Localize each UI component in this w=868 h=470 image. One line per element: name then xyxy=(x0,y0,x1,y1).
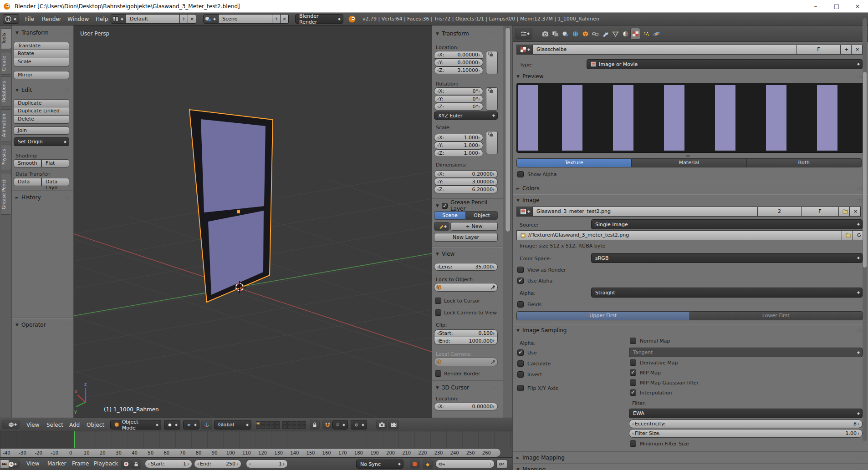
show-alpha-checkbox[interactable]: ✓ xyxy=(517,171,524,177)
rotation-mode-dropdown[interactable]: XYZ Euler xyxy=(434,111,498,120)
alpha-calculate-checkbox[interactable]: ✓ xyxy=(517,360,524,367)
panel-image-sampling[interactable]: ▼Image Sampling:::: xyxy=(513,326,868,335)
tab-object[interactable] xyxy=(580,28,590,40)
proportional-edit-dropdown[interactable] xyxy=(351,420,367,430)
lock-camera-checkbox[interactable]: ✓ xyxy=(435,309,441,316)
source-dropdown[interactable]: Single Image xyxy=(591,219,863,229)
window-control-button[interactable]: – xyxy=(805,0,826,13)
tangent-dropdown[interactable]: Tangent xyxy=(629,348,863,357)
render-border-checkbox[interactable]: ✓ xyxy=(435,370,441,377)
shelf-button[interactable]: Scale xyxy=(14,58,69,66)
timeline-scrub-area[interactable] xyxy=(0,431,512,448)
layer-cell[interactable] xyxy=(266,425,270,429)
delete-layout-button[interactable]: × xyxy=(188,14,196,24)
location-field[interactable]: X:0.00000 xyxy=(434,51,483,59)
layer-cell[interactable] xyxy=(282,425,287,429)
scale-field[interactable]: X:1.000 xyxy=(434,134,483,142)
panel-grease-pencil-layer[interactable]: ▼ ✓ Grease Pencil Layer xyxy=(432,201,503,210)
tl-menu-playback[interactable]: Playback xyxy=(94,458,118,470)
manipulator-toggle[interactable] xyxy=(201,420,212,430)
vp-menu-add[interactable]: Add xyxy=(69,419,80,431)
layer-cell[interactable] xyxy=(292,425,296,429)
alpha-mode-dropdown[interactable]: Straight xyxy=(591,288,863,298)
scene-lock-toggle[interactable] xyxy=(310,420,320,430)
upper-first-button[interactable]: Upper First xyxy=(516,311,690,320)
shelf-button[interactable]: Translate xyxy=(14,42,69,50)
tl-menu-view[interactable]: View xyxy=(26,458,39,470)
panel-transform-n[interactable]: ▼Transform:::: xyxy=(432,29,503,38)
vp-menu-object[interactable]: Object xyxy=(87,419,104,431)
gp-new-button[interactable]: +New xyxy=(450,222,498,231)
image-fake-user-button[interactable]: F xyxy=(802,207,839,217)
glass-wall-object[interactable] xyxy=(189,110,273,302)
panel-image[interactable]: ▼Image:::: xyxy=(513,196,868,205)
orientation-dropdown[interactable]: Global xyxy=(214,420,251,430)
tl-menu-marker[interactable]: Marker xyxy=(47,458,66,470)
scale-field[interactable]: Z:1.000 xyxy=(434,149,483,157)
colorspace-dropdown[interactable]: sRGB xyxy=(591,253,863,263)
layer-cell[interactable] xyxy=(301,421,306,425)
tab-object-data[interactable] xyxy=(610,28,620,40)
panel-image-mapping[interactable]: ►Image Mapping:::: xyxy=(513,453,868,462)
tab-grease-pencil[interactable]: Grease Pencil xyxy=(1,173,12,215)
mip-gaussian-checkbox[interactable]: ✓ xyxy=(630,379,636,386)
layer-cell[interactable] xyxy=(271,421,275,425)
location-field[interactable]: Z:3.10000 xyxy=(434,66,483,74)
properties-scrollbar[interactable] xyxy=(863,18,867,441)
filter-dropdown[interactable]: EWA xyxy=(629,409,863,418)
3d-viewport[interactable]: z x y User Persp (1) 1_1000_Rahmen xyxy=(74,25,432,418)
window-control-button[interactable]: × xyxy=(847,0,868,13)
tab-physics[interactable] xyxy=(651,28,661,40)
location-lock-buttons[interactable] xyxy=(486,51,498,74)
vp-menu-select[interactable]: Select xyxy=(46,419,63,431)
snap-toggle[interactable] xyxy=(322,420,332,430)
shelf-button[interactable]: Duplicate xyxy=(14,99,69,107)
panel-preview[interactable]: ▼Preview:::: xyxy=(513,72,868,81)
gp-enabled-checkbox[interactable]: ✓ xyxy=(442,203,448,209)
preview-both-button[interactable]: Both xyxy=(747,158,862,167)
n-panel-scrollbar[interactable] xyxy=(503,25,512,418)
image-path-field[interactable]: //Texturen\Glaswand_3_meter_test2.png xyxy=(516,230,842,240)
tab-relations[interactable]: Relations xyxy=(1,76,12,106)
current-frame-field[interactable]: 1 xyxy=(246,460,288,468)
interpolation-checkbox[interactable]: ✓ xyxy=(630,389,636,396)
derivative-map-checkbox[interactable]: ✓ xyxy=(630,359,636,366)
properties-editor-type-button[interactable] xyxy=(515,28,532,40)
menu-help[interactable]: Help xyxy=(96,13,108,25)
normal-map-checkbox[interactable]: ✓ xyxy=(630,338,636,344)
texture-name-field[interactable]: Glasscheibe xyxy=(533,45,797,55)
unlink-texture-button[interactable]: × xyxy=(852,45,863,55)
layer-cell[interactable] xyxy=(301,425,306,429)
layer-cell[interactable] xyxy=(282,421,287,425)
tab-modifiers[interactable] xyxy=(600,28,610,40)
eccentricity-field[interactable]: Eccentricity:8 xyxy=(629,419,863,428)
layer-cell[interactable] xyxy=(297,425,301,429)
add-scene-button[interactable]: + xyxy=(272,14,281,24)
use-alpha-checkbox[interactable]: ✓ xyxy=(517,278,524,284)
shelf-button[interactable]: Delete xyxy=(14,116,69,124)
playback-button[interactable]: ▶▶| xyxy=(0,460,9,468)
menu-render[interactable]: Render xyxy=(42,13,61,25)
tab-world[interactable] xyxy=(570,28,580,40)
layer-cell[interactable] xyxy=(297,421,301,425)
shading-dropdown[interactable] xyxy=(164,420,180,430)
auto-keyframe-button[interactable] xyxy=(121,460,131,469)
opengl-render-anim-button[interactable] xyxy=(388,420,399,430)
clip-end-field[interactable]: End:1000.000 xyxy=(434,337,498,345)
frame-end-field[interactable]: End:250 xyxy=(194,460,241,468)
lens-field[interactable]: Lens:35.000 xyxy=(434,263,498,271)
texture-type-dropdown[interactable]: Image or Movie xyxy=(587,59,863,69)
data-button[interactable]: Data xyxy=(14,178,41,186)
tab-material[interactable] xyxy=(620,28,630,40)
tab-animation[interactable]: Animation xyxy=(1,109,12,142)
layer-cell[interactable] xyxy=(287,425,292,429)
panel-history[interactable]: ►History:::: xyxy=(12,193,73,202)
vp-menu-view[interactable]: View xyxy=(26,419,39,431)
panel-view[interactable]: ▼View:::: xyxy=(432,249,503,258)
dimension-field[interactable]: X:0.20000 xyxy=(434,170,498,178)
shelf-button[interactable]: Duplicate Linked xyxy=(14,107,69,116)
panel-transform[interactable]: ▼Transform:::: xyxy=(12,28,73,37)
snap-element-dropdown[interactable] xyxy=(332,420,348,430)
tab-render[interactable] xyxy=(540,28,550,40)
shelf-button[interactable]: Rotate xyxy=(14,50,69,58)
